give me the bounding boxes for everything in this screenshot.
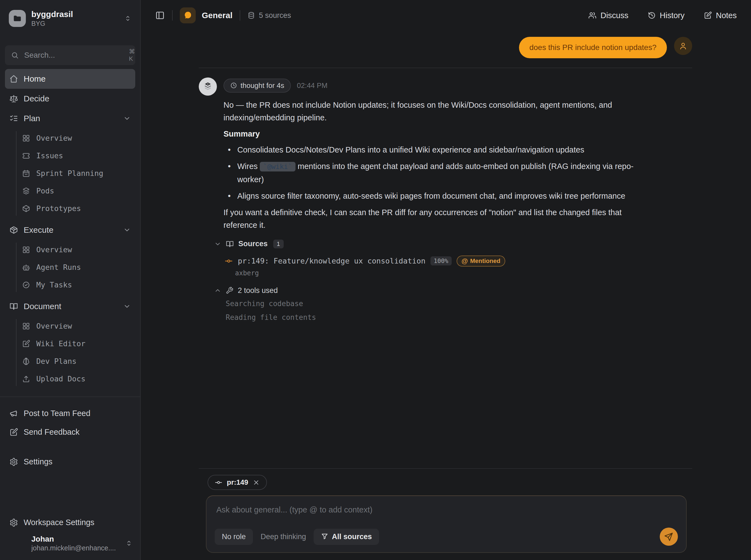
deep-thinking-button[interactable]: Deep thinking: [258, 529, 309, 545]
list-item: Consolidates Docs/Notes/Dev Plans into a…: [223, 143, 636, 156]
notes-edit-icon: [704, 11, 712, 20]
sidebar-group-execute[interactable]: Execute: [5, 220, 135, 240]
workspace-folder-icon: [9, 10, 26, 27]
check-circle-icon: [22, 281, 30, 289]
sidebar-group-document[interactable]: Document: [5, 297, 135, 316]
composer-region: pr:149 No role Deep thinking All sources: [199, 468, 692, 560]
settings-label: Settings: [24, 457, 53, 466]
chevron-down-icon: [214, 240, 221, 247]
brain-icon: [22, 357, 30, 365]
sidebar-item-prototypes[interactable]: Prototypes: [22, 200, 135, 217]
book-open-icon: [9, 302, 18, 311]
workspace-switcher[interactable]: byggdrasil BYG: [5, 8, 135, 29]
clock-icon: [230, 82, 237, 89]
sidebar-item-wiki-editor[interactable]: Wiki Editor: [22, 335, 135, 353]
grid-icon: [22, 134, 30, 142]
send-feedback-button[interactable]: Send Feedback: [5, 423, 135, 442]
plan-subnav: Overview Issues Sprint Planning Pods Pro…: [5, 129, 135, 217]
user-name: Johan: [31, 534, 120, 544]
cube-icon: [22, 204, 30, 213]
summary-heading: Summary: [223, 129, 636, 139]
sidebar-item-issues[interactable]: Issues: [22, 147, 135, 165]
sidebar-item-upload-docs[interactable]: Upload Docs: [22, 370, 135, 388]
sidebar-item-my-tasks[interactable]: My Tasks: [22, 276, 135, 294]
all-sources-button[interactable]: All sources: [314, 529, 379, 545]
grid-icon: [22, 246, 30, 254]
context-chip-pr149[interactable]: pr:149: [207, 475, 267, 490]
search-box[interactable]: ⌘ K: [5, 45, 135, 65]
avatar: [8, 534, 26, 552]
sources-label: Sources: [238, 240, 268, 248]
sidebar-item-dev-plans[interactable]: Dev Plans: [22, 353, 135, 370]
sidebar-group-plan[interactable]: Plan: [5, 108, 135, 128]
sidebar-item-decide[interactable]: Decide: [5, 89, 135, 108]
channel-header[interactable]: General: [180, 7, 233, 23]
all-sources-label: All sources: [332, 533, 372, 541]
post-to-team-feed-label: Post to Team Feed: [24, 409, 91, 418]
settings-button[interactable]: Settings: [5, 453, 135, 471]
notes-button[interactable]: Notes: [704, 11, 737, 20]
sidebar-item-label: Pods: [36, 186, 54, 195]
inline-code-wiki-mention: `@wiki`: [260, 162, 295, 172]
close-icon[interactable]: [253, 479, 260, 486]
workspace-settings-button[interactable]: Workspace Settings: [5, 513, 135, 532]
sidebar-item-label: Issues: [36, 152, 63, 160]
message-divider: [199, 67, 692, 68]
sources-indicator[interactable]: 5 sources: [248, 11, 291, 20]
chevrons-up-down-icon: [124, 15, 132, 22]
message-timestamp: 02:44 PM: [297, 81, 328, 90]
discuss-button[interactable]: Discuss: [588, 11, 628, 20]
tool-call-entry: Reading file contents: [226, 313, 636, 322]
git-commit-icon: [215, 479, 222, 486]
gear-icon: [9, 458, 18, 466]
no-role-button[interactable]: No role: [215, 529, 253, 545]
sidebar-toggle-button[interactable]: [155, 11, 165, 20]
source-item[interactable]: pr:149: Feature/knowledge ux consolidati…: [224, 256, 636, 277]
topbar: General 5 sources Discuss History Notes: [141, 0, 751, 31]
sources-toggle[interactable]: Sources 1: [214, 240, 636, 248]
message-input[interactable]: [215, 503, 678, 517]
sidebar-item-agent-runs[interactable]: Agent Runs: [22, 259, 135, 276]
list-item: Wires `@wiki` mentions into the agent ch…: [223, 160, 636, 186]
history-button[interactable]: History: [648, 11, 685, 20]
sidebar-item-document-overview[interactable]: Overview: [22, 317, 135, 335]
sidebar-item-home[interactable]: Home: [5, 69, 135, 89]
user-menu[interactable]: Johan johan.mickelin@enhance....: [5, 532, 135, 552]
search-input[interactable]: [24, 51, 123, 60]
user-message-bubble: does this PR include notion updates?: [519, 37, 667, 58]
sidebar-divider: [0, 397, 140, 397]
chevron-down-icon: [123, 302, 131, 310]
send-button[interactable]: [660, 527, 678, 546]
grid-icon: [22, 322, 30, 330]
channel-name: General: [202, 11, 233, 20]
chevron-down-icon: [123, 226, 131, 234]
thought-duration-label: thought for 4s: [240, 81, 284, 90]
chat-area: does this PR include notion updates? tho…: [141, 31, 751, 560]
tools-toggle[interactable]: 2 tools used: [214, 286, 636, 295]
search-shortcut: ⌘ K: [129, 48, 136, 62]
sidebar-item-label: Home: [24, 74, 46, 83]
deep-thinking-label: Deep thinking: [261, 533, 306, 541]
ticket-icon: [22, 152, 30, 160]
post-to-team-feed-button[interactable]: Post to Team Feed: [5, 404, 135, 423]
composer-divider: [199, 468, 692, 469]
sidebar-item-plan-overview[interactable]: Overview: [22, 129, 135, 147]
sidebar-item-label: Overview: [36, 134, 72, 142]
megaphone-icon: [9, 409, 18, 418]
sidebar-item-pods[interactable]: Pods: [22, 182, 135, 200]
sidebar-item-sprint-planning[interactable]: Sprint Planning: [22, 165, 135, 182]
sources-section: Sources 1 pr:149: Feature/knowledge ux c…: [223, 240, 636, 277]
search-icon: [11, 52, 19, 59]
edit-square-icon: [22, 340, 30, 348]
composer[interactable]: No role Deep thinking All sources: [206, 496, 687, 553]
source-title: pr:149: Feature/knowledge ux consolidati…: [238, 257, 426, 265]
sidebar-item-label: Upload Docs: [36, 375, 85, 383]
list-item: Aligns source filter taxonomy, auto-seed…: [223, 189, 636, 202]
source-author: axberg: [235, 269, 636, 277]
edit-icon: [9, 428, 18, 437]
mentioned-badge: @ Mentioned: [457, 256, 505, 266]
assistant-message: thought for 4s 02:44 PM No — the PR does…: [199, 78, 692, 323]
sidebar-item-execute-overview[interactable]: Overview: [22, 241, 135, 259]
thought-duration-pill[interactable]: thought for 4s: [223, 79, 291, 93]
sidebar-item-label: My Tasks: [36, 281, 72, 289]
